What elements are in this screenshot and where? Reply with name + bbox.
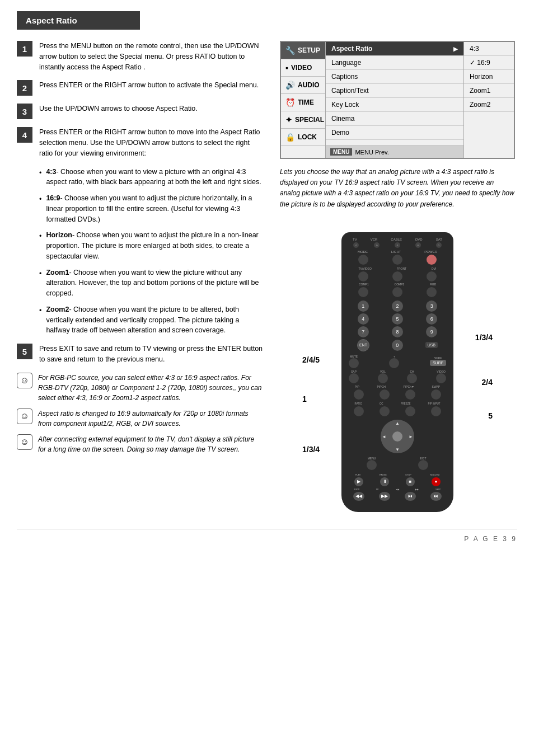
step-num-2: 2 bbox=[17, 80, 32, 96]
btn-ch[interactable] bbox=[407, 373, 417, 383]
sidebar-time-label: TIME bbox=[298, 98, 314, 106]
btn-sap[interactable] bbox=[349, 373, 359, 383]
btn-swap[interactable] bbox=[431, 389, 441, 400]
btn-stop[interactable]: ■ bbox=[406, 477, 415, 486]
btn-exit[interactable] bbox=[418, 460, 428, 470]
sidebar-lock-label: LOCK bbox=[298, 133, 317, 141]
lbl-front: FRONT bbox=[397, 267, 406, 270]
btn-menu[interactable] bbox=[367, 460, 377, 470]
lbl-menu: MENU bbox=[368, 457, 376, 460]
btn-0[interactable]: 0 bbox=[392, 340, 403, 351]
src-vcr: VCR bbox=[371, 238, 378, 241]
btn-surf[interactable]: SURF bbox=[430, 360, 446, 366]
btn-play[interactable]: ▶ bbox=[354, 477, 363, 486]
btn-comp1[interactable] bbox=[358, 287, 368, 297]
btn-9[interactable]: 9 bbox=[426, 326, 437, 337]
btn-dvi[interactable] bbox=[427, 271, 437, 281]
btn-light[interactable] bbox=[392, 255, 402, 265]
btn-5[interactable]: 5 bbox=[392, 313, 403, 325]
btn-ff[interactable]: ▶▶ bbox=[379, 492, 390, 501]
lbl-rew: REW bbox=[354, 488, 359, 491]
btn-skipback[interactable]: ⏮ bbox=[405, 492, 416, 501]
lbl-pipchdn: PIPCh▼ bbox=[404, 385, 414, 388]
note-icon-3: ☺ bbox=[17, 434, 32, 450]
lbl-pipch: PIPCH bbox=[377, 385, 386, 388]
lbl-record: RECORD bbox=[430, 473, 439, 476]
step-4: 4 Press ENTER or the RIGHT arrow button … bbox=[17, 127, 263, 158]
lbl-mute: MUTE bbox=[350, 355, 358, 358]
remote-control: TV VCR CABLE DVD SAT ○ ○ ○ bbox=[341, 232, 453, 512]
lbl-cc: CC bbox=[380, 402, 383, 405]
lbl-exit: EXIT bbox=[420, 457, 426, 460]
btn-3[interactable]: 3 bbox=[426, 300, 437, 312]
menu-arrow: ▶ bbox=[453, 46, 458, 52]
sidebar-video-label: VIDEO bbox=[291, 64, 312, 72]
lbl-tvvideo: TV/VIDEO bbox=[359, 267, 372, 270]
btn-tvvideo[interactable] bbox=[358, 271, 368, 281]
btn-plus[interactable] bbox=[389, 358, 399, 368]
btn-rew[interactable]: ◀◀ bbox=[353, 492, 364, 501]
callout-mid-left-top: 2/4/5 bbox=[302, 355, 320, 364]
btn-mode[interactable] bbox=[358, 255, 368, 265]
sidebar-lock: 🔒 LOCK bbox=[281, 129, 325, 146]
notes-section: ☺ For RGB-PC source, you can select eith… bbox=[17, 373, 263, 454]
btn-enter[interactable]: ENT bbox=[357, 339, 369, 351]
step-5: 5 Press EXIT to save and return to TV vi… bbox=[17, 344, 263, 365]
step-text-5: Press EXIT to save and return to TV view… bbox=[39, 344, 263, 365]
btn-rgb[interactable] bbox=[427, 287, 437, 297]
btn-6[interactable]: 6 bbox=[426, 313, 437, 325]
note-text-2: Aspect ratio is changed to 16:9 automati… bbox=[38, 408, 263, 429]
lbl-freeze: FREEZE bbox=[401, 402, 411, 405]
submenu-zoom1: Zoom1 bbox=[464, 84, 514, 98]
right-column: 🔧 SETUP ▪ VIDEO 🔊 AUDIO ⏰ bbox=[280, 41, 515, 512]
lbl-ratio: RATIO bbox=[355, 402, 362, 405]
btn-skipfwd[interactable]: ⏭ bbox=[430, 492, 442, 501]
setup-icon: 🔧 bbox=[285, 46, 295, 55]
nav-center-btn[interactable] bbox=[392, 431, 402, 442]
time-icon: ⏰ bbox=[285, 98, 295, 107]
btn-front[interactable] bbox=[392, 271, 402, 281]
dot-cable: ○ bbox=[395, 242, 400, 248]
lbl-mode: MODE bbox=[358, 250, 368, 253]
btn-4[interactable]: 4 bbox=[358, 313, 369, 325]
btn-pip[interactable] bbox=[354, 389, 364, 400]
btn-pipchdwn[interactable] bbox=[405, 389, 415, 400]
btn-pause[interactable]: ⏸ bbox=[380, 477, 389, 486]
note-icon-1: ☺ bbox=[17, 373, 32, 388]
btn-vol[interactable] bbox=[378, 373, 388, 383]
step-num-3: 3 bbox=[17, 104, 32, 119]
btn-freeze[interactable] bbox=[405, 406, 415, 416]
sidebar-special: ✦ SPECIAL bbox=[281, 111, 325, 129]
btn-comp2[interactable] bbox=[392, 287, 402, 297]
btn-pipch[interactable] bbox=[380, 389, 390, 400]
lbl-play: PLAY bbox=[355, 473, 361, 476]
bullet-dot: • bbox=[39, 168, 41, 179]
btn-usb[interactable]: USB bbox=[425, 342, 438, 348]
src-dvd: DVD bbox=[415, 238, 423, 241]
btn-cc[interactable] bbox=[380, 406, 390, 416]
btn-record[interactable]: ● bbox=[432, 477, 441, 486]
btn-ratio[interactable] bbox=[354, 406, 364, 416]
menu-aspect-ratio: Aspect Ratio ▶ bbox=[326, 42, 463, 56]
btn-8[interactable]: 8 bbox=[392, 326, 403, 337]
lbl-stop: STOP bbox=[405, 473, 411, 476]
btn-2[interactable]: 2 bbox=[392, 300, 403, 312]
btn-video[interactable] bbox=[436, 373, 446, 383]
sidebar-setup: 🔧 SETUP bbox=[281, 42, 325, 59]
btn-1[interactable]: 1 bbox=[358, 300, 369, 312]
lbl-light: LIGHT bbox=[391, 250, 401, 253]
submenu-horizon: Horizon bbox=[464, 70, 514, 84]
step-num-1: 1 bbox=[17, 41, 32, 57]
btn-mute[interactable] bbox=[349, 358, 359, 368]
dot-tv: ○ bbox=[353, 242, 359, 248]
note-text-1: For RGB-PC source, you can select either… bbox=[38, 373, 263, 403]
footer-inner: MENU MENU Prev. bbox=[330, 148, 459, 156]
page: Aspect Ratio 1 Press the MENU button on … bbox=[0, 0, 534, 756]
btn-7[interactable]: 7 bbox=[358, 326, 369, 337]
lbl-video: VIDEO bbox=[437, 370, 446, 373]
btn-power[interactable] bbox=[427, 255, 437, 265]
lbl-power: POWER bbox=[424, 250, 437, 253]
special-icon: ✦ bbox=[285, 115, 292, 124]
btn-pipinput[interactable] bbox=[431, 406, 441, 416]
bullet-dot: • bbox=[39, 231, 41, 242]
